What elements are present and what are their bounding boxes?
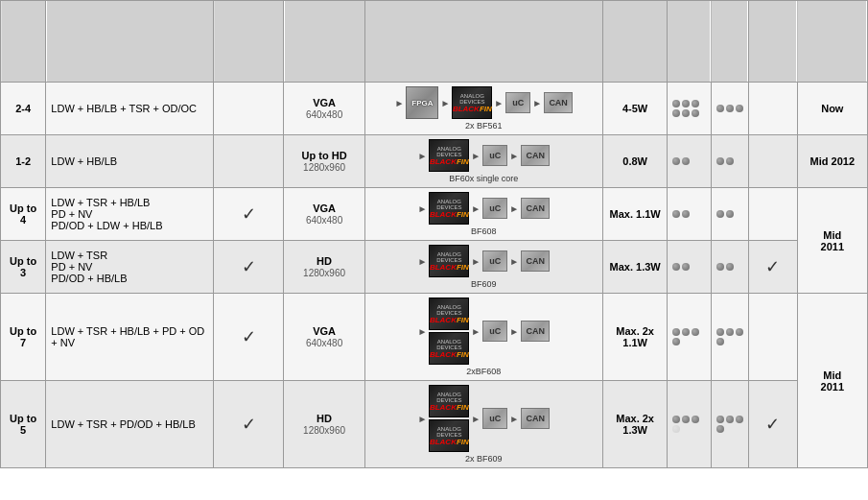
imager-size-bold: Up to HD (302, 150, 347, 161)
cost-cell (711, 381, 748, 468)
imager-size-small: 1280x960 (303, 268, 345, 278)
signal-flow: ► ANALOGDEVICES BLACKFIN ► uC ► CAN (417, 139, 550, 172)
imager-size-small: 1280x960 (303, 162, 345, 173)
signal-chain-cell-wrapper: ► ANALOGDEVICES BLACKFIN ► uC ► CAN BF60… (364, 135, 602, 188)
signal-chain-cell: ► ANALOGDEVICES BLACKFIN ANALOGDEVICES B… (370, 298, 598, 376)
electr-horizon-cell: ✓ (214, 241, 284, 294)
chip-fpga: FPGA (406, 86, 438, 119)
power-cell: 4-5W (602, 83, 668, 135)
signal-flow: ► FPGA ► ANALOGDEVICES BLACKFIN ► uC ► C… (395, 86, 574, 119)
functions-cell: Up to 7 (1, 294, 46, 381)
chip-label: BF60x single core (449, 174, 518, 183)
functions-cell: Up to 3 (1, 241, 46, 294)
arrow-icon: ► (509, 203, 519, 214)
dot (726, 105, 734, 112)
imager-size-cell: VGA 640x480 (284, 188, 365, 241)
cost-cell (711, 294, 748, 381)
header-functions (1, 1, 46, 83)
chip-can: CAN (521, 408, 550, 429)
header-function-examples (46, 1, 214, 83)
chip-uc: uC (482, 145, 507, 166)
power-cell: Max. 2x 1.3W (602, 381, 668, 468)
asil-check: ✓ (765, 415, 780, 434)
dot-grid (672, 263, 705, 271)
arrow-icon: ► (509, 256, 519, 267)
vision-processor-cell (668, 135, 711, 188)
dot (716, 338, 724, 345)
dot-grid (716, 328, 743, 345)
dot (726, 263, 734, 271)
vision-processor-cell (668, 294, 711, 381)
chip-label: 2x BF609 (465, 454, 503, 464)
function-examples-cell: LDW + TSR + HB/LB + PD + OD + NV (46, 294, 214, 381)
dot (682, 109, 690, 117)
vision-processor-cell (668, 188, 711, 241)
dot (716, 425, 724, 433)
dot-grid (672, 100, 705, 117)
dot (716, 416, 724, 423)
imager-size-bold: HD (317, 413, 332, 424)
dot (726, 157, 734, 165)
electr-horizon-cell (214, 83, 284, 135)
arrow-icon: ► (471, 203, 481, 214)
function-examples-cell: LDW + TSRPD + NVPD/OD + HB/LB (46, 241, 214, 294)
header-asil-support (748, 1, 797, 83)
signal-chain-cell-wrapper: ► ANALOGDEVICES BLACKFIN ANALOGDEVICES B… (364, 294, 602, 381)
asil-check: ✓ (765, 257, 780, 276)
arrow-icon: ► (509, 151, 519, 161)
signal-flow: ► ANALOGDEVICES BLACKFIN ► uC ► CAN (417, 192, 550, 225)
dot (682, 263, 690, 271)
imager-size-small: 640x480 (306, 338, 342, 348)
signal-flow: ► ANALOGDEVICES BLACKFIN ► uC ► CAN (417, 245, 550, 277)
chip-blackfin: ANALOGDEVICES BLACKFIN (429, 385, 469, 417)
imager-size-cell: HD 1280x960 (284, 381, 365, 468)
imager-size-small: 640x480 (306, 215, 342, 226)
chip-blackfin: ANALOGDEVICES BLACKFIN (429, 192, 469, 225)
vision-processor-cell (668, 83, 711, 135)
cost-cell (711, 135, 748, 188)
header-cost (711, 1, 748, 83)
arrow-icon: ► (471, 414, 481, 424)
dot (716, 210, 724, 218)
chip-uc: uC (482, 198, 507, 219)
arrow-icon: ► (471, 151, 481, 161)
chip-uc: uC (482, 408, 507, 429)
dot (692, 416, 699, 423)
dot (672, 210, 680, 218)
vision-processor-cell (668, 241, 711, 294)
signal-chain-cell: ► ANALOGDEVICES BLACKFIN ► uC ► CAN BF60… (370, 192, 598, 236)
imager-size-small: 640x480 (306, 109, 342, 120)
electr-horizon-cell: ✓ (214, 294, 284, 381)
function-examples-cell: LDW + HB/LB (46, 135, 214, 188)
asil-support-cell (748, 294, 797, 381)
chip-can: CAN (521, 321, 550, 342)
arrow-icon: ► (471, 326, 481, 337)
dot-grid (672, 416, 705, 433)
arrow-icon: ► (417, 256, 427, 267)
dot (682, 157, 690, 165)
chip-can: CAN (521, 198, 550, 219)
header-vision-processor (668, 1, 711, 83)
chip-blackfin: ANALOGDEVICES BLACKFIN (452, 86, 492, 119)
imager-size-cell: VGA 640x480 (284, 294, 365, 381)
dot-grid (716, 210, 743, 218)
arrow-icon: ► (417, 326, 427, 337)
imager-size-cell: HD 1280x960 (284, 241, 365, 294)
dot (692, 109, 699, 117)
electr-horizon-cell: ✓ (214, 381, 284, 468)
arrow-icon: ► (417, 151, 427, 161)
arrow-icon: ► (417, 414, 427, 424)
cost-cell (711, 188, 748, 241)
chip-uc: uC (505, 92, 530, 113)
arrow-icon: ► (509, 414, 519, 424)
signal-chain-cell-wrapper: ► ANALOGDEVICES BLACKFIN ► uC ► CAN BF60… (364, 241, 602, 294)
electr-horizon-cell: ✓ (214, 188, 284, 241)
dot (726, 328, 734, 336)
arrow-icon: ► (509, 326, 519, 337)
dot (716, 263, 724, 271)
dot (672, 157, 680, 165)
dot (672, 338, 680, 345)
power-cell: 0.8W (602, 135, 668, 188)
dot (726, 416, 734, 423)
chip-blackfin: ANALOGDEVICES BLACKFIN (429, 332, 469, 365)
